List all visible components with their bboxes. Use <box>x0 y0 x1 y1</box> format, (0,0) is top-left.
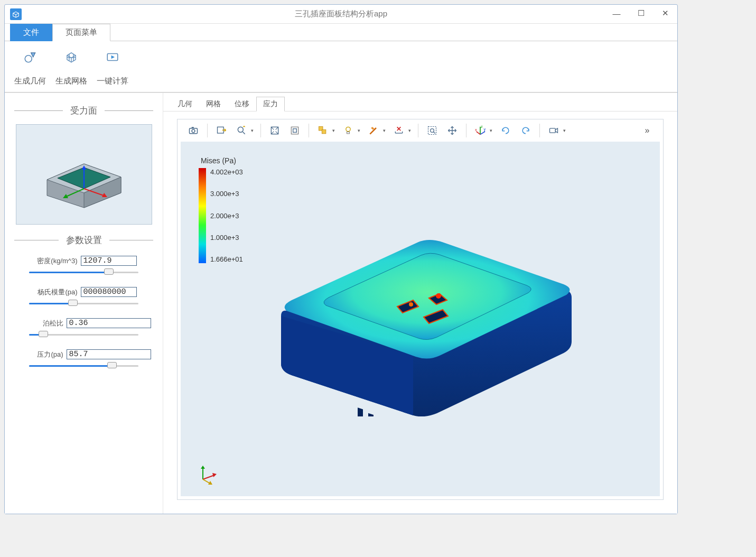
window-controls: — ☐ ✕ <box>604 5 677 22</box>
section-header-load-surface: 受力面 <box>14 105 153 117</box>
legend-tick: 1.666e+01 <box>210 255 243 263</box>
svg-point-0 <box>25 55 32 62</box>
legend-ticks: 4.002e+03 3.000e+3 2.000e+3 1.000e+3 1.6… <box>210 168 243 263</box>
camera-icon[interactable] <box>185 122 202 139</box>
content-area: 几何 网格 位移 应力 ▾ ▾ <box>163 93 677 514</box>
density-slider[interactable] <box>29 268 138 277</box>
section-header-params: 参数设置 <box>14 234 153 246</box>
generate-mesh-button[interactable]: 生成网格 <box>52 44 90 90</box>
stress-model <box>255 194 593 416</box>
geometry-icon <box>23 50 38 64</box>
color-legend: Mises (Pa) 4.002e+03 3.000e+3 2.000e+3 1… <box>199 156 243 263</box>
svg-line-13 <box>243 132 245 134</box>
transparency-icon[interactable] <box>365 122 382 139</box>
pan-icon[interactable] <box>444 122 461 139</box>
zoom-box-icon[interactable] <box>286 122 303 139</box>
close-button[interactable]: ✕ <box>653 5 677 22</box>
poisson-slider[interactable] <box>29 330 138 340</box>
svg-rect-10 <box>192 127 194 128</box>
light-icon[interactable] <box>340 122 357 139</box>
more-icon[interactable]: » <box>639 122 656 139</box>
svg-text:z: z <box>481 125 483 129</box>
svg-point-25 <box>431 129 434 133</box>
generate-geometry-button[interactable]: 生成几何 <box>11 44 49 90</box>
rotate-cw-icon[interactable] <box>497 122 514 139</box>
minimize-button[interactable]: — <box>604 5 629 22</box>
ribbon: 生成几何 生成网格 一键计算 <box>5 41 677 92</box>
tab-mesh[interactable]: 网格 <box>199 97 228 112</box>
pressure-slider[interactable] <box>29 361 138 371</box>
svg-point-12 <box>238 127 243 132</box>
param-label: 压力(pa) <box>17 350 63 359</box>
mesh-icon <box>64 50 79 64</box>
svg-rect-18 <box>322 129 326 134</box>
title-bar: 三孔插座面板结构分析app — ☐ ✕ <box>5 5 677 24</box>
tab-file[interactable]: 文件 <box>10 24 52 41</box>
param-label: 泊松比 <box>17 319 63 328</box>
svg-marker-41 <box>212 473 217 477</box>
preview-model <box>36 140 132 209</box>
tab-page-menu[interactable]: 页面菜单 <box>52 24 110 41</box>
svg-rect-20 <box>347 132 350 134</box>
dropdown-icon[interactable]: ▾ <box>332 128 337 133</box>
svg-point-9 <box>192 129 195 133</box>
graphics-canvas[interactable]: Mises (Pa) 4.002e+03 3.000e+3 2.000e+3 1… <box>181 142 660 496</box>
menu-tabs: 文件 页面菜单 <box>5 24 677 41</box>
view-tabs: 几何 网格 位移 应力 <box>163 93 677 112</box>
rotate-ccw-icon[interactable] <box>517 122 534 139</box>
select-icon[interactable] <box>314 122 331 139</box>
zoom-select-icon[interactable] <box>424 122 441 139</box>
svg-rect-16 <box>293 129 297 133</box>
dropdown-icon[interactable]: ▾ <box>251 128 255 133</box>
dropdown-icon[interactable]: ▾ <box>408 128 413 133</box>
dropdown-icon[interactable]: ▾ <box>358 128 362 133</box>
param-row-poisson: 泊松比 <box>14 318 153 328</box>
svg-line-26 <box>434 132 435 134</box>
tab-stress[interactable]: 应力 <box>256 97 285 112</box>
export-image-icon[interactable] <box>213 122 230 139</box>
dropdown-icon[interactable]: ▾ <box>383 128 387 133</box>
preview-viewport[interactable] <box>16 124 152 225</box>
svg-line-40 <box>203 475 214 479</box>
zoom-icon[interactable] <box>233 122 250 139</box>
svg-line-29 <box>480 132 485 135</box>
section-title: 参数设置 <box>59 234 109 246</box>
legend-colorbar <box>199 168 206 263</box>
axis-icon[interactable]: zyx <box>472 122 489 139</box>
param-row-youngs-modulus: 杨氏模量(pa) <box>14 287 153 297</box>
param-row-density: 密度(kg/m^3) <box>14 256 153 266</box>
result-view: ▾ ▾ ▾ ▾ ▾ zyx <box>177 119 664 500</box>
youngs-modulus-input[interactable] <box>81 287 137 297</box>
svg-point-34 <box>436 293 441 299</box>
dropdown-icon[interactable]: ▾ <box>490 128 494 133</box>
compute-button[interactable]: 一键计算 <box>94 44 132 90</box>
legend-tick: 2.000e+3 <box>210 212 243 220</box>
legend-tick: 1.000e+3 <box>210 234 243 242</box>
app-window: 三孔插座面板结构分析app — ☐ ✕ 文件 页面菜单 生成几何 生成网格 <box>4 4 678 514</box>
ribbon-label: 生成几何 <box>14 76 46 86</box>
maximize-button[interactable]: ☐ <box>629 5 653 22</box>
poisson-input[interactable] <box>67 318 151 328</box>
legend-tick: 4.002e+03 <box>210 168 243 176</box>
ribbon-group: 生成几何 生成网格 一键计算 <box>11 44 132 90</box>
ribbon-label: 一键计算 <box>97 76 128 86</box>
youngs-modulus-slider[interactable] <box>29 299 138 309</box>
sidebar: 受力面 <box>5 93 163 514</box>
svg-rect-15 <box>291 127 298 134</box>
pressure-input[interactable] <box>67 349 151 359</box>
density-input[interactable] <box>81 256 137 266</box>
tab-geometry[interactable]: 几何 <box>171 97 199 112</box>
section-title: 受力面 <box>63 105 105 117</box>
zoom-extents-icon[interactable] <box>266 122 283 139</box>
dropdown-icon[interactable]: ▾ <box>563 128 567 133</box>
app-icon <box>10 8 22 20</box>
axis-gizmo <box>197 463 218 485</box>
tab-displacement[interactable]: 位移 <box>228 97 256 112</box>
svg-rect-33 <box>550 128 556 133</box>
main-area: 受力面 <box>5 92 677 514</box>
video-icon[interactable] <box>545 122 562 139</box>
svg-point-19 <box>346 127 350 131</box>
ribbon-label: 生成网格 <box>55 76 87 86</box>
svg-line-31 <box>477 132 480 135</box>
ruler-icon[interactable] <box>390 122 407 139</box>
